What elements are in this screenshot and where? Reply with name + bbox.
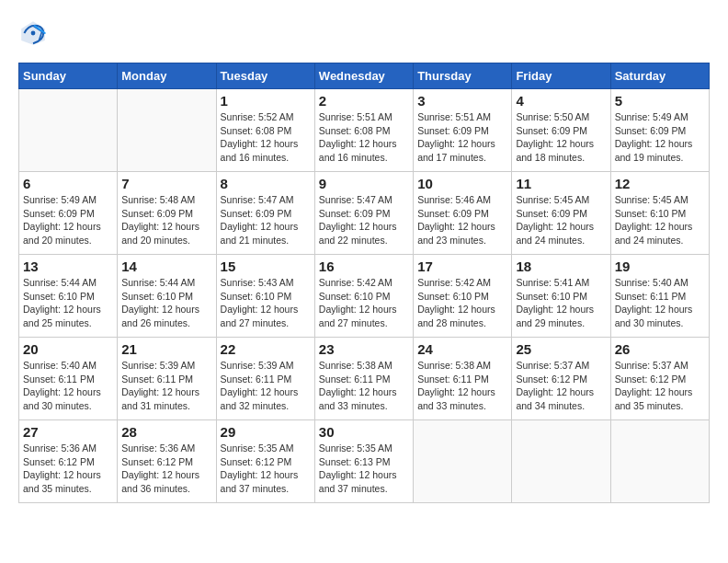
calendar-cell: 29Sunrise: 5:35 AM Sunset: 6:12 PM Dayli… (216, 420, 314, 503)
calendar-cell: 4Sunrise: 5:50 AM Sunset: 6:09 PM Daylig… (512, 89, 610, 172)
header-row: SundayMondayTuesdayWednesdayThursdayFrid… (19, 63, 710, 89)
calendar-cell: 20Sunrise: 5:40 AM Sunset: 6:11 PM Dayli… (19, 338, 118, 420)
day-info: Sunrise: 5:37 AM Sunset: 6:12 PM Dayligh… (615, 359, 705, 413)
day-info: Sunrise: 5:38 AM Sunset: 6:11 PM Dayligh… (417, 359, 507, 413)
calendar-cell: 28Sunrise: 5:36 AM Sunset: 6:12 PM Dayli… (118, 420, 216, 503)
day-info: Sunrise: 5:35 AM Sunset: 6:13 PM Dayligh… (319, 442, 409, 496)
day-info: Sunrise: 5:50 AM Sunset: 6:09 PM Dayligh… (516, 110, 606, 165)
calendar-header: SundayMondayTuesdayWednesdayThursdayFrid… (19, 63, 710, 89)
day-info: Sunrise: 5:46 AM Sunset: 6:09 PM Dayligh… (417, 193, 507, 247)
day-number: 5 (615, 93, 705, 109)
day-number: 23 (319, 341, 409, 357)
calendar-cell (118, 89, 216, 172)
day-number: 29 (221, 424, 311, 440)
day-number: 3 (417, 93, 507, 109)
day-number: 21 (121, 341, 211, 357)
day-info: Sunrise: 5:39 AM Sunset: 6:11 PM Dayligh… (221, 359, 311, 413)
day-info: Sunrise: 5:49 AM Sunset: 6:09 PM Dayligh… (23, 193, 113, 247)
calendar-cell: 10Sunrise: 5:46 AM Sunset: 6:09 PM Dayli… (414, 172, 512, 255)
calendar-cell: 27Sunrise: 5:36 AM Sunset: 6:12 PM Dayli… (19, 420, 118, 503)
logo-icon (18, 18, 48, 48)
calendar-cell: 18Sunrise: 5:41 AM Sunset: 6:10 PM Dayli… (512, 255, 610, 338)
day-number: 22 (221, 341, 311, 357)
calendar-cell: 19Sunrise: 5:40 AM Sunset: 6:11 PM Dayli… (610, 255, 709, 338)
header-day-wednesday: Wednesday (314, 63, 413, 89)
day-number: 19 (615, 259, 705, 274)
day-info: Sunrise: 5:47 AM Sunset: 6:09 PM Dayligh… (319, 193, 409, 247)
calendar-cell: 8Sunrise: 5:47 AM Sunset: 6:09 PM Daylig… (216, 172, 314, 255)
calendar-cell (414, 420, 512, 503)
day-number: 15 (221, 259, 311, 274)
svg-point-1 (31, 31, 36, 36)
calendar-cell (19, 89, 118, 172)
day-info: Sunrise: 5:42 AM Sunset: 6:10 PM Dayligh… (319, 276, 409, 330)
calendar-cell: 3Sunrise: 5:51 AM Sunset: 6:09 PM Daylig… (414, 89, 512, 172)
header-day-tuesday: Tuesday (216, 63, 314, 89)
day-number: 26 (615, 341, 705, 357)
calendar-cell: 22Sunrise: 5:39 AM Sunset: 6:11 PM Dayli… (216, 338, 314, 420)
day-info: Sunrise: 5:47 AM Sunset: 6:09 PM Dayligh… (221, 193, 311, 247)
day-info: Sunrise: 5:39 AM Sunset: 6:11 PM Dayligh… (121, 359, 211, 413)
day-number: 4 (516, 93, 606, 109)
calendar-cell: 12Sunrise: 5:45 AM Sunset: 6:10 PM Dayli… (610, 172, 709, 255)
day-number: 18 (516, 259, 606, 274)
day-number: 27 (23, 424, 113, 440)
calendar-cell: 6Sunrise: 5:49 AM Sunset: 6:09 PM Daylig… (19, 172, 118, 255)
calendar-cell: 23Sunrise: 5:38 AM Sunset: 6:11 PM Dayli… (314, 338, 413, 420)
day-info: Sunrise: 5:49 AM Sunset: 6:09 PM Dayligh… (615, 110, 705, 165)
calendar-cell (610, 420, 709, 503)
day-number: 28 (121, 424, 211, 440)
day-info: Sunrise: 5:51 AM Sunset: 6:09 PM Dayligh… (417, 110, 507, 165)
calendar-table: SundayMondayTuesdayWednesdayThursdayFrid… (18, 63, 710, 503)
calendar-cell: 24Sunrise: 5:38 AM Sunset: 6:11 PM Dayli… (414, 338, 512, 420)
calendar-cell: 25Sunrise: 5:37 AM Sunset: 6:12 PM Dayli… (512, 338, 610, 420)
calendar-cell: 16Sunrise: 5:42 AM Sunset: 6:10 PM Dayli… (314, 255, 413, 338)
calendar-cell: 13Sunrise: 5:44 AM Sunset: 6:10 PM Dayli… (19, 255, 118, 338)
calendar-cell: 15Sunrise: 5:43 AM Sunset: 6:10 PM Dayli… (216, 255, 314, 338)
day-info: Sunrise: 5:44 AM Sunset: 6:10 PM Dayligh… (121, 276, 211, 330)
day-number: 10 (417, 176, 507, 191)
day-info: Sunrise: 5:41 AM Sunset: 6:10 PM Dayligh… (516, 276, 606, 330)
day-info: Sunrise: 5:35 AM Sunset: 6:12 PM Dayligh… (221, 442, 311, 496)
calendar-cell: 17Sunrise: 5:42 AM Sunset: 6:10 PM Dayli… (414, 255, 512, 338)
header-day-saturday: Saturday (610, 63, 709, 89)
day-number: 8 (221, 176, 311, 191)
day-info: Sunrise: 5:36 AM Sunset: 6:12 PM Dayligh… (23, 442, 113, 496)
header-day-thursday: Thursday (414, 63, 512, 89)
week-row-5: 27Sunrise: 5:36 AM Sunset: 6:12 PM Dayli… (19, 420, 710, 503)
day-info: Sunrise: 5:43 AM Sunset: 6:10 PM Dayligh… (221, 276, 311, 330)
calendar-cell: 5Sunrise: 5:49 AM Sunset: 6:09 PM Daylig… (610, 89, 709, 172)
calendar-cell: 30Sunrise: 5:35 AM Sunset: 6:13 PM Dayli… (314, 420, 413, 503)
calendar-cell: 11Sunrise: 5:45 AM Sunset: 6:09 PM Dayli… (512, 172, 610, 255)
day-info: Sunrise: 5:52 AM Sunset: 6:08 PM Dayligh… (221, 110, 311, 165)
week-row-3: 13Sunrise: 5:44 AM Sunset: 6:10 PM Dayli… (19, 255, 710, 338)
day-info: Sunrise: 5:38 AM Sunset: 6:11 PM Dayligh… (319, 359, 409, 413)
day-info: Sunrise: 5:51 AM Sunset: 6:08 PM Dayligh… (319, 110, 409, 165)
day-info: Sunrise: 5:44 AM Sunset: 6:10 PM Dayligh… (23, 276, 113, 330)
day-number: 16 (319, 259, 409, 274)
header-day-friday: Friday (512, 63, 610, 89)
week-row-2: 6Sunrise: 5:49 AM Sunset: 6:09 PM Daylig… (19, 172, 710, 255)
day-info: Sunrise: 5:40 AM Sunset: 6:11 PM Dayligh… (23, 359, 113, 413)
week-row-4: 20Sunrise: 5:40 AM Sunset: 6:11 PM Dayli… (19, 338, 710, 420)
day-info: Sunrise: 5:48 AM Sunset: 6:09 PM Dayligh… (121, 193, 211, 247)
day-number: 20 (23, 341, 113, 357)
day-number: 2 (319, 93, 409, 109)
day-info: Sunrise: 5:36 AM Sunset: 6:12 PM Dayligh… (121, 442, 211, 496)
header-day-sunday: Sunday (19, 63, 118, 89)
day-number: 13 (23, 259, 113, 274)
day-number: 9 (319, 176, 409, 191)
day-number: 1 (221, 93, 311, 109)
week-row-1: 1Sunrise: 5:52 AM Sunset: 6:08 PM Daylig… (19, 89, 710, 172)
day-info: Sunrise: 5:42 AM Sunset: 6:10 PM Dayligh… (417, 276, 507, 330)
calendar-cell: 26Sunrise: 5:37 AM Sunset: 6:12 PM Dayli… (610, 338, 709, 420)
day-info: Sunrise: 5:45 AM Sunset: 6:09 PM Dayligh… (516, 193, 606, 247)
day-info: Sunrise: 5:45 AM Sunset: 6:10 PM Dayligh… (615, 193, 705, 247)
calendar-cell: 7Sunrise: 5:48 AM Sunset: 6:09 PM Daylig… (118, 172, 216, 255)
page-header (18, 18, 710, 48)
day-number: 12 (615, 176, 705, 191)
calendar-cell: 2Sunrise: 5:51 AM Sunset: 6:08 PM Daylig… (314, 89, 413, 172)
day-info: Sunrise: 5:37 AM Sunset: 6:12 PM Dayligh… (516, 359, 606, 413)
header-day-monday: Monday (118, 63, 216, 89)
calendar-body: 1Sunrise: 5:52 AM Sunset: 6:08 PM Daylig… (19, 89, 710, 503)
